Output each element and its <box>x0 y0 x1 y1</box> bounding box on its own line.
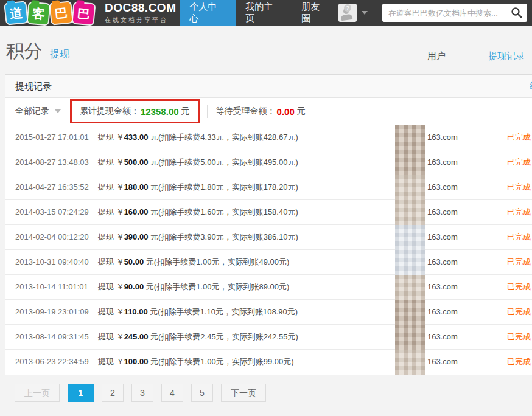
nav-tab[interactable]: 朋友圈 <box>292 0 338 26</box>
record-status-badge: 已完成 <box>507 200 531 224</box>
record-type-label: 提现 <box>98 182 116 192</box>
search-icon[interactable] <box>510 6 523 22</box>
record-amount: 50.00 <box>124 257 144 266</box>
search-input[interactable] <box>382 4 527 22</box>
avatar[interactable]: ? <box>338 4 357 22</box>
page-button-5[interactable]: 5 <box>191 384 213 402</box>
logo-folders-icon: 道客巴巴 <box>6 3 96 23</box>
censored-email-mosaic <box>395 225 425 250</box>
currency-symbol: ￥ <box>116 158 124 167</box>
record-email-domain: 163.com <box>427 225 458 249</box>
folder-icon: 巴 <box>50 2 72 24</box>
page-title-group: 积分 提现 <box>6 39 69 64</box>
table-row: 2013-10-14 11:01:01 提现 ￥90.00 元(扣除手续费1.0… <box>5 275 532 300</box>
chevron-down-icon[interactable] <box>362 11 368 15</box>
filter-row: 全部记录 累计提现金额： 12358.00 元 等待受理金额： 0.00 元 <box>5 98 532 125</box>
censored-email-mosaic <box>395 250 425 275</box>
record-fee-note: 元(扣除手续费1.60元，实际到账158.40元) <box>150 207 298 217</box>
record-status-badge: 已完成 <box>507 225 531 249</box>
record-fee-note: 元(扣除手续费2.45元，实际到账242.55元) <box>150 332 298 341</box>
record-email-domain: 163.com <box>427 300 458 324</box>
head-links: 用户提现记录 <box>385 50 525 62</box>
nav-tabs: 个人中心我的主页朋友圈 <box>180 0 338 26</box>
currency-symbol: ￥ <box>116 307 124 316</box>
folder-icon: 道 <box>5 2 27 24</box>
record-date: 2013-08-14 09:31:45 <box>15 325 89 349</box>
record-detail: 提现 ￥50.00 元(扣除手续费1.00元，实际到账49.00元) <box>98 250 289 274</box>
record-date: 2014-04-27 16:35:52 <box>15 175 89 199</box>
next-page-button[interactable]: 下一页 <box>221 384 266 402</box>
avatar-question-badge: ? <box>344 4 351 12</box>
record-detail: 提现 ￥90.00 元(扣除手续费1.00元，实际到账89.00元) <box>98 275 289 299</box>
table-row: 2015-01-27 17:01:01 提现 ￥433.00 元(扣除手续费4.… <box>5 125 532 150</box>
user-area: ? <box>338 0 368 26</box>
record-type-label: 提现 <box>98 282 116 291</box>
record-status-badge: 已完成 <box>507 325 531 349</box>
currency-symbol: ￥ <box>116 357 124 366</box>
record-fee-note: 元(扣除手续费5.00元，实际到账495.00元) <box>150 158 298 167</box>
total-withdrawn-unit: 元 <box>181 106 190 117</box>
record-date: 2013-10-14 11:01:01 <box>15 275 88 299</box>
record-fee-note: 元(扣除手续费1.80元，实际到账178.20元) <box>150 182 298 192</box>
page-button-2[interactable]: 2 <box>102 384 124 402</box>
page-button-1[interactable]: 1 <box>68 384 94 402</box>
record-status-badge: 已完成 <box>507 150 531 175</box>
record-type-label: 提现 <box>98 133 116 142</box>
record-date: 2013-09-19 23:01:09 <box>15 300 89 324</box>
censored-email-mosaic <box>395 150 425 175</box>
record-amount: 390.00 <box>124 232 149 241</box>
head-link[interactable]: 用户 <box>427 50 446 61</box>
record-amount: 90.00 <box>124 282 144 291</box>
doc88-logo[interactable]: 道客巴巴 DOC88.COM 在线文档分享平台 <box>0 0 176 26</box>
record-status-badge: 已完成 <box>507 300 531 324</box>
page-head: 积分 提现 用户提现记录 <box>0 26 532 74</box>
record-detail: 提现 ￥100.00 元(扣除手续费1.00元，实际到账99.00元) <box>98 350 294 374</box>
record-status-badge: 已完成 <box>507 350 531 374</box>
page-button-4[interactable]: 4 <box>161 384 183 402</box>
record-fee-note: 元(扣除手续费1.00元，实际到账99.00元) <box>150 357 294 366</box>
record-detail: 提现 ￥390.00 元(扣除手续费3.90元，实际到账386.10元) <box>98 225 298 249</box>
all-records-label: 全部记录 <box>15 106 49 117</box>
total-withdrawn-highlight: 累计提现金额： 12358.00 元 <box>70 99 200 123</box>
partial-corner-link[interactable]: 结 <box>530 75 532 97</box>
record-date: 2014-08-27 13:48:03 <box>15 150 89 175</box>
currency-symbol: ￥ <box>116 282 124 291</box>
pending-amount-group: 等待受理金额： 0.00 元 <box>216 106 306 117</box>
records-list: 2015-01-27 17:01:01 提现 ￥433.00 元(扣除手续费4.… <box>5 125 532 375</box>
all-records-dropdown[interactable]: 全部记录 <box>15 106 61 117</box>
record-detail: 提现 ￥110.00 元(扣除手续费1.10元，实际到账108.90元) <box>98 300 298 324</box>
record-amount: 245.00 <box>124 332 149 341</box>
record-detail: 提现 ￥500.00 元(扣除手续费5.00元，实际到账495.00元) <box>98 150 298 175</box>
record-type-label: 提现 <box>98 232 116 241</box>
record-email-domain: 163.com <box>427 150 458 175</box>
table-row: 2013-08-14 09:31:45 提现 ￥245.00 元(扣除手续费2.… <box>5 325 532 350</box>
panel-title: 提现记录 <box>15 81 52 91</box>
head-link[interactable]: 提现记录 <box>488 50 525 61</box>
record-fee-note: 元(扣除手续费1.00元，实际到账49.00元) <box>146 257 290 266</box>
brand-name: DOC88.COM <box>105 1 176 15</box>
censored-email-mosaic <box>395 300 425 325</box>
total-withdrawn-label: 累计提现金额： <box>80 106 139 117</box>
pending-amount-value: 0.00 <box>277 106 295 117</box>
record-amount: 110.00 <box>124 307 148 316</box>
record-fee-note: 元(扣除手续费3.90元，实际到账386.10元) <box>150 232 298 241</box>
pending-amount-label: 等待受理金额： <box>216 106 276 117</box>
record-email-domain: 163.com <box>427 125 458 150</box>
nav-tab[interactable]: 个人中心 <box>180 0 236 26</box>
pending-amount-unit: 元 <box>297 106 306 117</box>
record-amount: 500.00 <box>124 158 149 167</box>
prev-page-button[interactable]: 上一页 <box>15 384 60 402</box>
record-status-badge: 已完成 <box>507 250 531 274</box>
table-row: 2013-09-19 23:01:09 提现 ￥110.00 元(扣除手续费1.… <box>5 300 532 325</box>
currency-symbol: ￥ <box>116 133 124 142</box>
censored-email-mosaic <box>395 325 425 350</box>
record-type-label: 提现 <box>98 158 116 167</box>
record-email-domain: 163.com <box>427 325 458 349</box>
page-button-3[interactable]: 3 <box>131 384 153 402</box>
nav-tab[interactable]: 我的主页 <box>236 0 292 26</box>
currency-symbol: ￥ <box>116 207 124 217</box>
record-date: 2014-03-15 07:24:29 <box>15 200 89 224</box>
currency-symbol: ￥ <box>116 232 124 241</box>
record-detail: 提现 ￥180.00 元(扣除手续费1.80元，实际到账178.20元) <box>98 175 298 199</box>
page-subtitle-link[interactable]: 提现 <box>50 48 69 61</box>
